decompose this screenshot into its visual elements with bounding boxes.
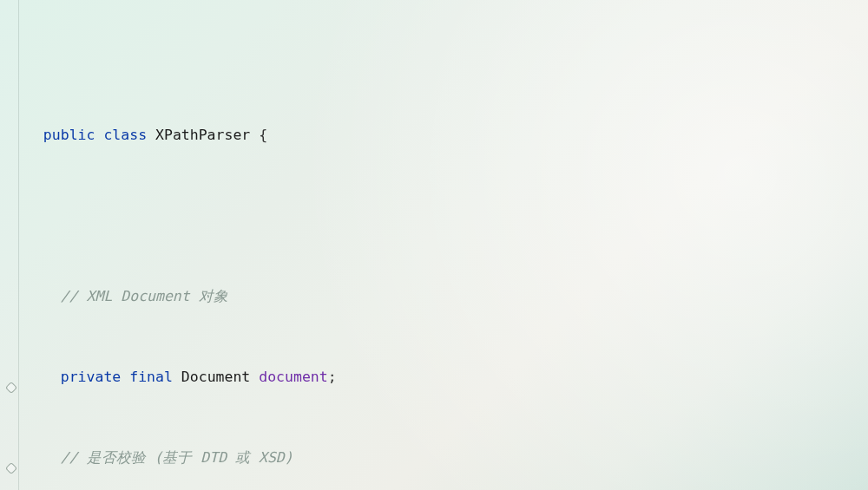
fold-marker-icon[interactable] [5,462,17,474]
semicolon: ; [328,369,337,385]
type: Document [181,369,250,385]
field-name: document [259,369,327,385]
comment: // 是否校验 (基于 DTD 或 XSD) [26,444,868,471]
field-decl: private final Document document; [26,363,868,390]
keyword-final: final [129,369,173,385]
class-declaration: public class XPathParser { [26,121,868,148]
fold-marker-icon[interactable] [5,382,17,394]
comment: // XML Document 对象 [26,283,868,310]
keyword-public: public [43,127,95,143]
keyword-class: class [103,127,147,143]
brace: { [250,127,267,143]
blank-line [26,202,868,229]
keyword-private: private [61,369,122,385]
gutter [0,0,19,490]
code-editor[interactable]: public class XPathParser { // XML Docume… [0,0,868,490]
class-name: XPathParser [155,127,250,143]
